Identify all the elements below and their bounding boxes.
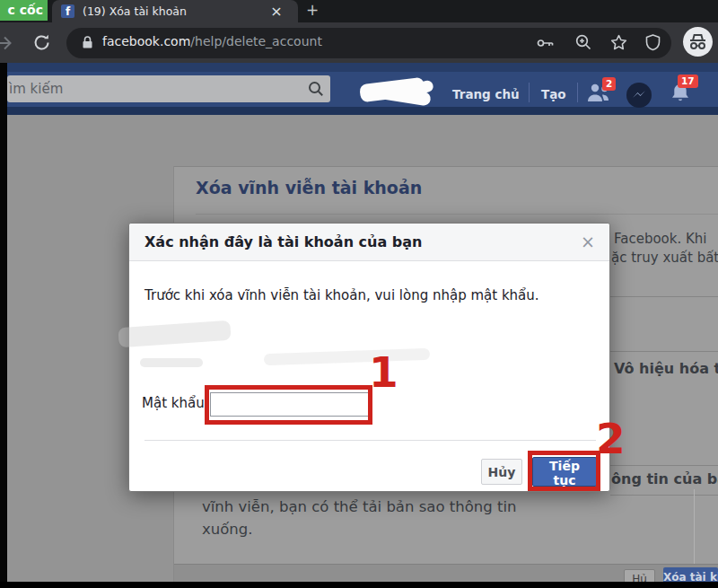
- row-border: [610, 351, 718, 352]
- row-deactivate-account[interactable]: Vô hiệu hóa tài k: [614, 360, 718, 377]
- row-border: [610, 296, 718, 297]
- messenger-icon[interactable]: [626, 83, 652, 108]
- censored-smudge: [264, 348, 430, 365]
- url-path: /help/delete_account: [190, 34, 322, 48]
- row-download-info[interactable]: ông tin của bạn x: [611, 470, 718, 487]
- annotation-number-1: 1: [369, 347, 398, 397]
- facebook-favicon-icon: f: [61, 4, 74, 18]
- tab-close-icon[interactable]: ×: [267, 3, 285, 20]
- page-title: Xóa vĩnh viễn tài khoản: [196, 178, 422, 197]
- shield-icon[interactable]: [644, 33, 662, 56]
- background-text-line: Facebook. Khi: [614, 231, 707, 247]
- friends-badge: 2: [602, 77, 616, 91]
- modal-body-text: Trước khi xóa vĩnh viễn tài khoản, vui l…: [144, 287, 539, 303]
- bookmark-star-icon[interactable]: [609, 33, 628, 56]
- screenshot-root: c cốc f (19) Xóa tài khoản × + facebook.…: [0, 0, 718, 588]
- row-border: [610, 465, 718, 466]
- search-placeholder: ìm kiếm: [9, 81, 63, 97]
- modal-title: Xác nhận đây là tài khoản của bạn: [144, 233, 423, 250]
- background-text-line: ặc truy xuất bất: [611, 250, 718, 266]
- card-top-border: [173, 166, 718, 167]
- annotation-rect-continue: [528, 451, 600, 491]
- url-domain: facebook.com: [102, 34, 190, 48]
- heading-divider: [196, 214, 718, 215]
- censored-smudge: [118, 320, 231, 348]
- facebook-search-input[interactable]: ìm kiếm: [7, 75, 330, 102]
- cancel-button[interactable]: Hủy: [481, 459, 522, 485]
- forward-icon[interactable]: [0, 33, 14, 57]
- annotation-rect-password: [205, 385, 372, 425]
- reload-icon[interactable]: [32, 33, 51, 56]
- modal-close-icon[interactable]: ×: [578, 232, 598, 251]
- url-text[interactable]: facebook.com/help/delete_account: [102, 34, 322, 48]
- notifications-badge: 17: [678, 75, 698, 88]
- tab-title: (19) Xóa tài khoản: [83, 4, 187, 18]
- paragraph-line: vĩnh viễn, bạn có thể tải bản sao thông …: [202, 498, 516, 515]
- window-left-edge: [0, 63, 7, 588]
- key-icon[interactable]: [536, 34, 556, 56]
- nav-create-link[interactable]: Tạo: [541, 87, 566, 101]
- password-label: Mật khẩu:: [142, 395, 209, 411]
- censored-smudge: [140, 358, 203, 367]
- nav-home-link[interactable]: Trang chủ: [452, 87, 520, 101]
- paragraph-line: xuống.: [202, 521, 253, 538]
- zoom-in-icon[interactable]: [574, 33, 593, 56]
- annotation-number-2: 2: [596, 414, 626, 463]
- modal-footer-divider: [144, 440, 596, 441]
- confirm-account-modal: Xác nhận đây là tài khoản của bạn × Trướ…: [128, 223, 610, 492]
- search-icon[interactable]: [307, 80, 326, 102]
- nav-divider: [577, 83, 578, 102]
- incognito-profile-icon[interactable]: [683, 27, 713, 57]
- inner-box-border: [694, 489, 695, 564]
- facebook-header-bottom-band: [7, 107, 718, 115]
- window-bottom-edge: [0, 582, 718, 588]
- new-tab-button[interactable]: +: [303, 1, 321, 19]
- lock-icon: [80, 35, 95, 54]
- browser-tab[interactable]: f (19) Xóa tài khoản ×: [52, 0, 298, 22]
- nav-divider: [529, 83, 530, 102]
- row-border: [610, 495, 718, 496]
- coccoc-logo: c cốc: [0, 0, 48, 21]
- facebook-header-top-band: [7, 63, 718, 72]
